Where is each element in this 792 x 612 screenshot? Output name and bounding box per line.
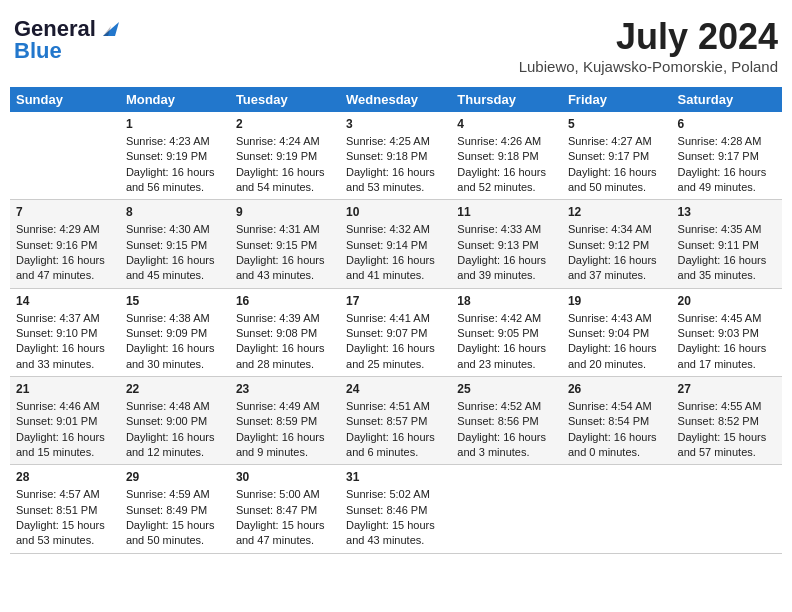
calendar-cell [451, 465, 562, 553]
day-info: Daylight: 16 hours and 47 minutes. [16, 253, 114, 284]
location: Lubiewo, Kujawsko-Pomorskie, Poland [519, 58, 778, 75]
day-number: 14 [16, 293, 114, 310]
day-info: Sunrise: 4:49 AM [236, 399, 334, 414]
day-number: 3 [346, 116, 445, 133]
calendar-table: SundayMondayTuesdayWednesdayThursdayFrid… [10, 87, 782, 554]
day-number: 7 [16, 204, 114, 221]
day-header-friday: Friday [562, 87, 672, 112]
calendar-cell [10, 112, 120, 200]
day-info: Sunrise: 4:55 AM [678, 399, 776, 414]
day-header-wednesday: Wednesday [340, 87, 451, 112]
day-info: Sunrise: 4:42 AM [457, 311, 556, 326]
day-info: Daylight: 16 hours and 6 minutes. [346, 430, 445, 461]
calendar-cell: 20Sunrise: 4:45 AMSunset: 9:03 PMDayligh… [672, 288, 782, 376]
day-number: 16 [236, 293, 334, 310]
day-info: Sunrise: 4:33 AM [457, 222, 556, 237]
day-info: Daylight: 16 hours and 25 minutes. [346, 341, 445, 372]
day-number: 31 [346, 469, 445, 486]
day-info: Daylight: 16 hours and 33 minutes. [16, 341, 114, 372]
day-number: 12 [568, 204, 666, 221]
day-info: Sunset: 9:03 PM [678, 326, 776, 341]
calendar-cell: 26Sunrise: 4:54 AMSunset: 8:54 PMDayligh… [562, 377, 672, 465]
calendar-cell: 28Sunrise: 4:57 AMSunset: 8:51 PMDayligh… [10, 465, 120, 553]
day-info: Daylight: 15 hours and 50 minutes. [126, 518, 224, 549]
day-info: Daylight: 16 hours and 50 minutes. [568, 165, 666, 196]
day-info: Sunset: 9:19 PM [236, 149, 334, 164]
day-info: Daylight: 16 hours and 41 minutes. [346, 253, 445, 284]
day-number: 6 [678, 116, 776, 133]
day-info: Sunrise: 4:26 AM [457, 134, 556, 149]
day-info: Sunrise: 4:43 AM [568, 311, 666, 326]
calendar-cell: 7Sunrise: 4:29 AMSunset: 9:16 PMDaylight… [10, 200, 120, 288]
title-block: July 2024 Lubiewo, Kujawsko-Pomorskie, P… [519, 16, 778, 75]
day-info: Sunset: 9:08 PM [236, 326, 334, 341]
calendar-cell: 13Sunrise: 4:35 AMSunset: 9:11 PMDayligh… [672, 200, 782, 288]
day-info: Sunrise: 5:02 AM [346, 487, 445, 502]
calendar-cell: 25Sunrise: 4:52 AMSunset: 8:56 PMDayligh… [451, 377, 562, 465]
day-info: Sunrise: 4:31 AM [236, 222, 334, 237]
day-info: Sunrise: 4:48 AM [126, 399, 224, 414]
day-info: Daylight: 16 hours and 35 minutes. [678, 253, 776, 284]
day-number: 4 [457, 116, 556, 133]
calendar-cell: 27Sunrise: 4:55 AMSunset: 8:52 PMDayligh… [672, 377, 782, 465]
day-info: Sunset: 9:09 PM [126, 326, 224, 341]
day-info: Sunrise: 4:51 AM [346, 399, 445, 414]
day-info: Sunset: 9:17 PM [568, 149, 666, 164]
day-info: Sunrise: 4:46 AM [16, 399, 114, 414]
day-number: 1 [126, 116, 224, 133]
calendar-cell: 14Sunrise: 4:37 AMSunset: 9:10 PMDayligh… [10, 288, 120, 376]
calendar-cell: 6Sunrise: 4:28 AMSunset: 9:17 PMDaylight… [672, 112, 782, 200]
day-info: Daylight: 15 hours and 57 minutes. [678, 430, 776, 461]
calendar-cell: 15Sunrise: 4:38 AMSunset: 9:09 PMDayligh… [120, 288, 230, 376]
day-info: Sunset: 8:52 PM [678, 414, 776, 429]
logo-bird-icon [97, 18, 119, 40]
calendar-cell: 30Sunrise: 5:00 AMSunset: 8:47 PMDayligh… [230, 465, 340, 553]
day-info: Sunset: 9:14 PM [346, 238, 445, 253]
day-info: Daylight: 16 hours and 23 minutes. [457, 341, 556, 372]
calendar-cell: 9Sunrise: 4:31 AMSunset: 9:15 PMDaylight… [230, 200, 340, 288]
day-number: 26 [568, 381, 666, 398]
calendar-cell: 3Sunrise: 4:25 AMSunset: 9:18 PMDaylight… [340, 112, 451, 200]
day-info: Daylight: 16 hours and 0 minutes. [568, 430, 666, 461]
day-info: Sunset: 8:56 PM [457, 414, 556, 429]
day-info: Daylight: 16 hours and 49 minutes. [678, 165, 776, 196]
day-info: Sunrise: 4:25 AM [346, 134, 445, 149]
day-number: 2 [236, 116, 334, 133]
day-info: Sunset: 9:01 PM [16, 414, 114, 429]
day-number: 23 [236, 381, 334, 398]
day-number: 13 [678, 204, 776, 221]
day-header-thursday: Thursday [451, 87, 562, 112]
calendar-cell: 16Sunrise: 4:39 AMSunset: 9:08 PMDayligh… [230, 288, 340, 376]
calendar-cell: 1Sunrise: 4:23 AMSunset: 9:19 PMDaylight… [120, 112, 230, 200]
day-info: Daylight: 16 hours and 9 minutes. [236, 430, 334, 461]
day-number: 29 [126, 469, 224, 486]
day-info: Daylight: 16 hours and 12 minutes. [126, 430, 224, 461]
logo-blue-text: Blue [14, 38, 62, 64]
day-info: Sunrise: 4:38 AM [126, 311, 224, 326]
day-info: Daylight: 16 hours and 30 minutes. [126, 341, 224, 372]
day-info: Sunrise: 4:35 AM [678, 222, 776, 237]
month-title: July 2024 [519, 16, 778, 58]
day-info: Daylight: 16 hours and 17 minutes. [678, 341, 776, 372]
day-info: Sunrise: 4:39 AM [236, 311, 334, 326]
day-info: Daylight: 16 hours and 37 minutes. [568, 253, 666, 284]
day-info: Sunset: 8:57 PM [346, 414, 445, 429]
day-info: Sunrise: 4:24 AM [236, 134, 334, 149]
day-info: Sunset: 9:05 PM [457, 326, 556, 341]
day-info: Daylight: 16 hours and 3 minutes. [457, 430, 556, 461]
calendar-cell: 24Sunrise: 4:51 AMSunset: 8:57 PMDayligh… [340, 377, 451, 465]
calendar-cell: 19Sunrise: 4:43 AMSunset: 9:04 PMDayligh… [562, 288, 672, 376]
day-info: Daylight: 16 hours and 53 minutes. [346, 165, 445, 196]
day-info: Sunset: 8:54 PM [568, 414, 666, 429]
day-info: Sunrise: 4:32 AM [346, 222, 445, 237]
calendar-cell: 22Sunrise: 4:48 AMSunset: 9:00 PMDayligh… [120, 377, 230, 465]
day-info: Daylight: 15 hours and 47 minutes. [236, 518, 334, 549]
day-number: 11 [457, 204, 556, 221]
day-info: Daylight: 16 hours and 52 minutes. [457, 165, 556, 196]
day-info: Sunrise: 4:30 AM [126, 222, 224, 237]
day-info: Sunset: 8:59 PM [236, 414, 334, 429]
day-info: Daylight: 16 hours and 56 minutes. [126, 165, 224, 196]
day-info: Sunset: 8:51 PM [16, 503, 114, 518]
day-header-monday: Monday [120, 87, 230, 112]
day-info: Daylight: 16 hours and 15 minutes. [16, 430, 114, 461]
